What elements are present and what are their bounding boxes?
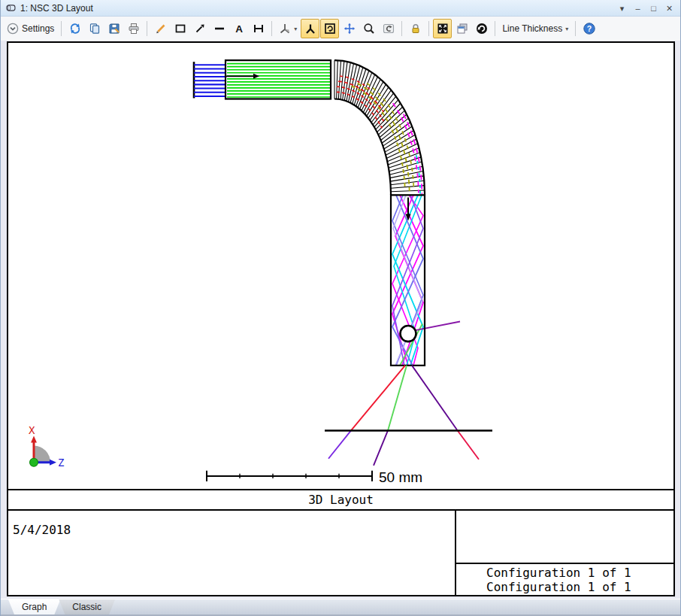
orientation-button[interactable]: ▾ [276, 19, 300, 38]
reset-icon [476, 23, 488, 35]
help-button[interactable]: ? [580, 19, 598, 38]
tab-classic[interactable]: Classic [59, 599, 115, 614]
plot-title: 3D Layout [308, 493, 374, 507]
print-icon [128, 23, 140, 35]
invert-y-button[interactable] [301, 19, 319, 38]
zoom-button[interactable] [359, 19, 378, 38]
save-icon [108, 23, 120, 35]
tab-graph[interactable]: Graph [8, 599, 60, 614]
line-thickness-label: Line Thickness [502, 23, 562, 34]
undo-zoom-button[interactable] [379, 19, 398, 38]
toolbar-separator [61, 21, 62, 36]
line-thickness-dropdown[interactable]: Line Thickness ▾ [499, 19, 571, 38]
magnifier-icon [363, 23, 375, 35]
plot-info-row: 5/4/2018 Configuration 1 of 1 Configurat… [8, 509, 673, 595]
settings-chevron-icon [7, 23, 19, 35]
toolbar-separator [401, 21, 402, 36]
axes-3d-icon [279, 23, 291, 35]
save-button[interactable] [104, 19, 123, 38]
rectangle-icon [174, 23, 186, 35]
close-icon[interactable]: × [663, 1, 676, 16]
draw-text-button[interactable]: A [229, 19, 248, 38]
copy-button[interactable] [85, 19, 104, 38]
layout-viewport[interactable]: 50 mm X Z [8, 43, 673, 489]
plot-date-cell: 5/4/2018 [8, 511, 455, 595]
svg-text:?: ? [587, 24, 592, 33]
window-controls: ▾ – □ × [616, 1, 676, 16]
help-icon: ? [583, 23, 595, 35]
axis-x-label: X [29, 424, 35, 436]
tab-classic-label: Classic [72, 602, 101, 612]
toolbar-separator [575, 21, 576, 36]
axis-z-label: Z [58, 457, 65, 469]
window-copy-icon [456, 23, 468, 35]
toolbar-separator [271, 21, 272, 36]
toolbar-separator [147, 21, 147, 36]
lock-icon [410, 23, 422, 35]
plot-config-empty-cell [456, 511, 673, 564]
arrow-icon [194, 23, 206, 35]
configuration-line: Configuration 1 of 1 [486, 580, 673, 594]
fit-window-icon [437, 23, 449, 35]
toolbar-separator [495, 21, 495, 36]
window-menu-icon[interactable]: ▾ [616, 1, 628, 16]
line-icon [213, 23, 225, 35]
rotate-view-button[interactable] [320, 19, 339, 38]
tab-graph-label: Graph [22, 602, 47, 612]
configuration-line: Configuration 1 of 1 [486, 566, 673, 580]
lock-window-button[interactable] [406, 19, 425, 38]
pan-view-button[interactable] [340, 19, 359, 38]
orientation-caret-icon: ▾ [294, 26, 297, 32]
refresh-button[interactable] [65, 19, 84, 38]
pan-icon [344, 23, 356, 35]
titlebar: 1: NSC 3D Layout ▾ – □ × [1, 0, 680, 17]
nsc-3d-layout-window: 1: NSC 3D Layout ▾ – □ × Settings [0, 0, 681, 616]
print-button[interactable] [124, 19, 143, 38]
copy-icon [89, 23, 101, 35]
rotate-icon [324, 23, 336, 35]
maximize-icon[interactable]: □ [647, 1, 660, 16]
view-tabbar: Graph Classic [1, 599, 680, 616]
plot-frame: 50 mm X Z 3D Layout 5/4/2018 Configurati… [7, 41, 675, 596]
plot-config-cell: Configuration 1 of 1 Configuration 1 of … [455, 511, 673, 595]
line-thickness-caret-icon: ▾ [565, 26, 568, 32]
layout-canvas: 50 mm X Z [8, 43, 673, 489]
plot-config-lines: Configuration 1 of 1 Configuration 1 of … [456, 564, 673, 595]
reset-view-button[interactable] [472, 19, 491, 38]
pencil-icon [155, 23, 167, 35]
draw-rectangle-button[interactable] [171, 19, 189, 38]
scale-label: 50 mm [379, 469, 422, 485]
draw-line-pencil-button[interactable] [151, 19, 170, 38]
active-window-button[interactable] [452, 19, 471, 38]
invert-y-axis-icon [304, 23, 316, 35]
text-icon: A [233, 23, 245, 35]
draw-line-button[interactable] [210, 19, 229, 38]
draw-arrow-button[interactable] [190, 19, 209, 38]
plot-title-row: 3D Layout [8, 489, 673, 509]
minimize-icon[interactable]: – [631, 1, 644, 16]
fit-to-window-button[interactable] [433, 19, 452, 38]
settings-label: Settings [22, 23, 54, 34]
plot-date: 5/4/2018 [13, 523, 71, 537]
toolbar-separator [428, 21, 429, 36]
svg-text:A: A [235, 23, 243, 35]
settings-button[interactable]: Settings [4, 19, 57, 38]
content-area: 50 mm X Z 3D Layout 5/4/2018 Configurati… [1, 41, 680, 599]
toolbar: Settings [1, 17, 680, 41]
undo-icon [383, 23, 395, 35]
refresh-icon [69, 23, 81, 35]
draw-dimension-button[interactable] [249, 19, 268, 38]
dimension-icon [253, 23, 265, 35]
window-title: 1: NSC 3D Layout [20, 3, 612, 14]
window-3d-icon [5, 3, 17, 13]
